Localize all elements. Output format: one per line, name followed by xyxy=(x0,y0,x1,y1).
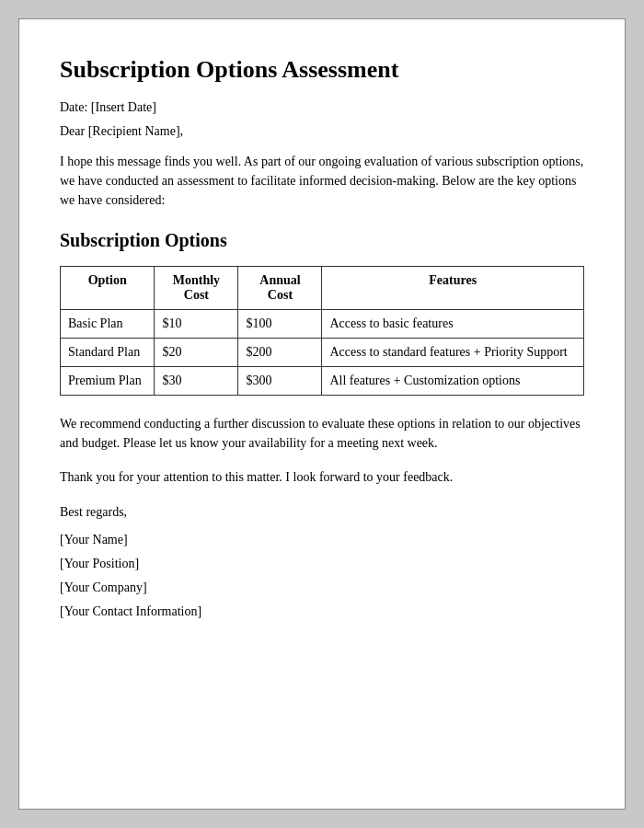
cell-features-2: All features + Customization options xyxy=(322,367,584,396)
intro-paragraph: I hope this message finds you well. As p… xyxy=(60,152,584,210)
date-field: Date: [Insert Date] xyxy=(60,100,584,115)
document-page: Subscription Options Assessment Date: [I… xyxy=(18,18,626,810)
salutation: Dear [Recipient Name], xyxy=(60,124,584,139)
signature-name: [Your Name] xyxy=(60,533,584,547)
header-features: Features xyxy=(322,267,584,310)
regards-line: Best regards, xyxy=(60,505,584,520)
cell-features-1: Access to standard features + Priority S… xyxy=(322,339,584,367)
signature-company: [Your Company] xyxy=(60,581,584,595)
header-annual: Annual Cost xyxy=(238,267,322,310)
cell-monthly-1: $20 xyxy=(155,339,238,367)
table-row: Premium Plan$30$300All features + Custom… xyxy=(61,367,584,396)
table-row: Standard Plan$20$200Access to standard f… xyxy=(61,339,584,367)
closing-paragraph: We recommend conducting a further discus… xyxy=(60,414,584,453)
cell-monthly-2: $30 xyxy=(155,367,238,396)
table-header-row: Option Monthly Cost Annual Cost Features xyxy=(61,267,584,310)
document-title: Subscription Options Assessment xyxy=(60,56,584,84)
header-monthly: Monthly Cost xyxy=(155,267,238,310)
cell-option-0: Basic Plan xyxy=(61,310,155,339)
section-title: Subscription Options xyxy=(60,230,584,251)
cell-monthly-0: $10 xyxy=(155,310,238,339)
signature-position: [Your Position] xyxy=(60,557,584,571)
cell-annual-1: $200 xyxy=(238,339,322,367)
cell-option-1: Standard Plan xyxy=(61,339,155,367)
cell-annual-0: $100 xyxy=(238,310,322,339)
thank-you-paragraph: Thank you for your attention to this mat… xyxy=(60,467,584,487)
cell-features-0: Access to basic features xyxy=(322,310,584,339)
table-row: Basic Plan$10$100Access to basic feature… xyxy=(61,310,584,339)
cell-option-2: Premium Plan xyxy=(61,367,155,396)
signature-block: [Your Name] [Your Position] [Your Compan… xyxy=(60,533,584,619)
header-option: Option xyxy=(61,267,155,310)
cell-annual-2: $300 xyxy=(238,367,322,396)
subscription-table: Option Monthly Cost Annual Cost Features… xyxy=(60,266,584,396)
signature-contact: [Your Contact Information] xyxy=(60,604,584,619)
